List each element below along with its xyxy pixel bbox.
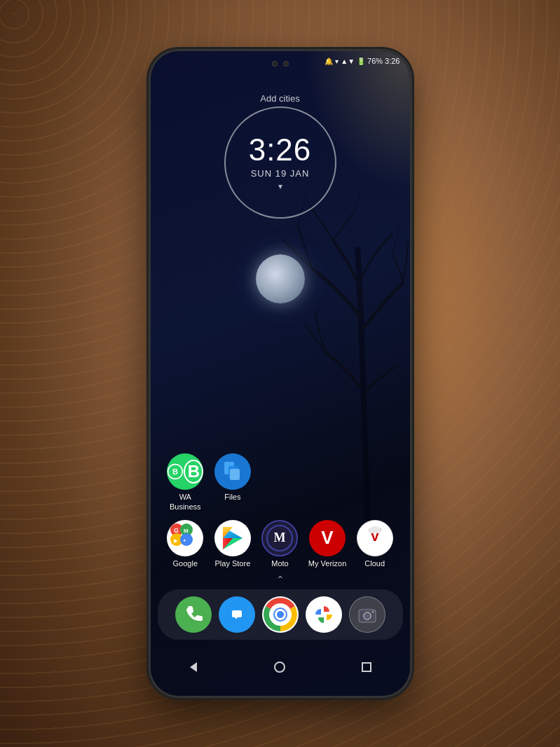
dock-chrome[interactable] — [262, 596, 299, 633]
svg-point-8 — [180, 533, 193, 546]
clock-date: SUN 19 JAN — [251, 168, 310, 179]
app-grid: B WABusiness Files — [151, 453, 410, 577]
svg-text:M: M — [274, 530, 286, 544]
svg-point-41 — [275, 662, 285, 672]
chrome-icon — [264, 598, 297, 631]
home-icon — [273, 661, 286, 673]
phone-frame: 🔔 ▾ ▲▼ 🔋 76% 3:26 Add cities 3:26 SUN 19… — [151, 51, 410, 696]
wa-business-label: WABusiness — [170, 493, 201, 511]
mute-icon: 🔔 — [325, 57, 333, 65]
moto-icon: M — [261, 520, 298, 556]
dock-handle[interactable]: ⌃ — [276, 574, 285, 585]
wifi-icon: ▾ — [335, 57, 339, 65]
app-my-verizon[interactable]: V My Verizon — [306, 520, 348, 568]
app-moto[interactable]: M Moto — [259, 520, 301, 568]
clock-chevron-icon: ▾ — [278, 181, 282, 191]
svg-text:M: M — [184, 528, 189, 534]
app-cloud[interactable]: V cloud Cloud — [354, 520, 396, 568]
cloud-icon: V cloud — [357, 520, 393, 556]
camera-icon — [357, 605, 377, 624]
app-row-1: B WABusiness Files — [162, 453, 399, 511]
photos-icon — [307, 598, 341, 631]
svg-text:G: G — [174, 527, 179, 534]
svg-rect-42 — [362, 663, 371, 671]
play-store-icon — [214, 520, 251, 556]
google-label: Google — [173, 559, 198, 568]
messages-icon — [227, 605, 247, 624]
svg-marker-40 — [190, 662, 197, 672]
back-icon — [187, 661, 200, 673]
wa-business-icon: B — [167, 453, 203, 490]
moto-label: Moto — [271, 559, 288, 568]
dock-messages[interactable] — [219, 596, 255, 633]
signal-icon: ▲▼ — [341, 57, 355, 65]
dock-phone[interactable] — [175, 596, 212, 633]
svg-text:B: B — [172, 467, 178, 476]
battery-icon: 🔋 — [357, 57, 365, 65]
app-wa-business[interactable]: B WABusiness — [164, 453, 206, 511]
clock-widget[interactable]: Add cities 3:26 SUN 19 JAN ▾ — [210, 93, 350, 219]
play-store-svg — [216, 521, 250, 555]
cloud-label: Cloud — [364, 559, 385, 568]
google-icon: G M ▶ + — [167, 520, 203, 556]
phone-screen: 🔔 ▾ ▲▼ 🔋 76% 3:26 Add cities 3:26 SUN 19… — [151, 51, 410, 696]
dock-camera[interactable] — [349, 596, 385, 633]
status-time: 3:26 — [385, 57, 399, 65]
recents-icon — [360, 661, 373, 673]
app-row-2: G M ▶ + Google — [162, 520, 399, 568]
svg-rect-4 — [230, 469, 240, 480]
clock-circle: 3:26 SUN 19 JAN ▾ — [224, 107, 336, 219]
verizon-svg: V — [310, 521, 344, 555]
my-verizon-icon: V — [309, 520, 346, 556]
moto-svg: M — [263, 521, 296, 555]
status-bar: 🔔 ▾ ▲▼ 🔋 76% 3:26 — [151, 51, 410, 71]
nav-back-button[interactable] — [179, 657, 207, 678]
phone-icon — [184, 605, 203, 624]
dock-photos[interactable] — [306, 596, 342, 633]
battery-percent: 76% — [367, 57, 383, 65]
files-icon — [214, 453, 251, 490]
moon — [256, 254, 305, 303]
svg-point-34 — [277, 611, 284, 618]
play-store-label: Play Store — [215, 559, 251, 568]
files-label: Files — [224, 493, 240, 502]
nav-bar — [151, 645, 410, 696]
nav-home-button[interactable] — [266, 657, 294, 678]
wa-business-svg: B — [167, 461, 184, 482]
google-svg: G M ▶ + — [168, 521, 202, 555]
svg-point-35 — [307, 598, 341, 631]
cloud-svg: V cloud — [358, 521, 392, 555]
nav-recents-button[interactable] — [353, 657, 381, 678]
svg-point-39 — [371, 611, 374, 613]
my-verizon-label: My Verizon — [308, 559, 346, 568]
app-files[interactable]: Files — [212, 453, 254, 511]
dock — [158, 589, 403, 640]
app-google[interactable]: G M ▶ + Google — [164, 520, 206, 568]
clock-time: 3:26 — [249, 135, 312, 165]
add-cities-label[interactable]: Add cities — [210, 93, 350, 104]
svg-text:V: V — [321, 527, 334, 548]
files-svg — [221, 460, 244, 483]
svg-point-38 — [365, 614, 369, 618]
svg-text:+: + — [183, 537, 186, 544]
svg-point-27 — [374, 528, 381, 533]
app-play-store[interactable]: Play Store — [212, 520, 254, 568]
